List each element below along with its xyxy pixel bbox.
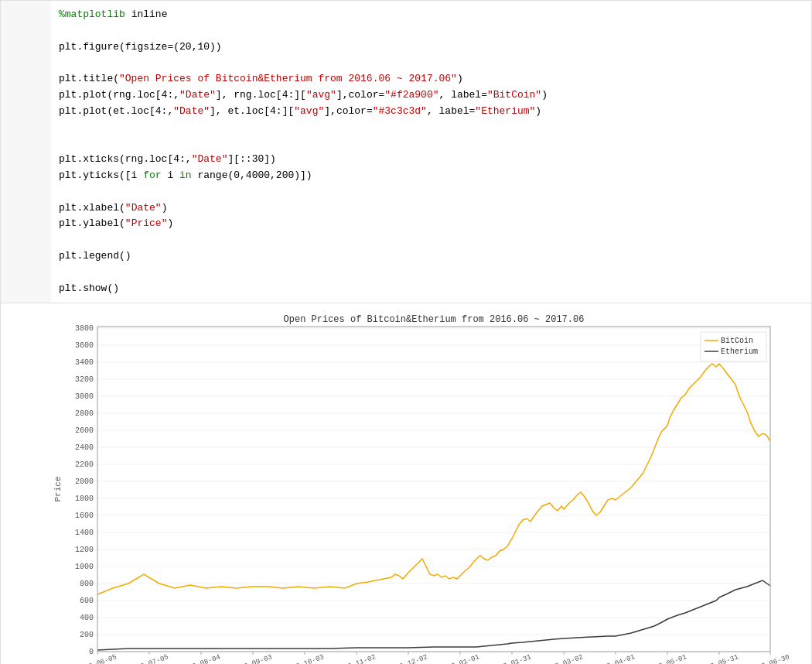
x-axis-ticks xyxy=(97,652,770,655)
svg-text:2016-10-03: 2016-10-03 xyxy=(283,654,325,664)
svg-text:2016-09-03: 2016-09-03 xyxy=(231,654,273,664)
svg-text:0: 0 xyxy=(89,648,94,656)
svg-text:2017-05-01: 2017-05-01 xyxy=(646,654,687,664)
svg-text:2016-11-02: 2016-11-02 xyxy=(335,654,377,664)
legend-bitcoin-label: BitCoin xyxy=(721,337,753,345)
svg-text:2017-04-01: 2017-04-01 xyxy=(594,654,636,664)
svg-text:2017-03-02: 2017-03-02 xyxy=(542,654,584,664)
svg-text:2016-06-05: 2016-06-05 xyxy=(76,654,118,664)
svg-text:3000: 3000 xyxy=(75,392,94,401)
cell-input: %matplotlib inline plt.figure(figsize=(2… xyxy=(1,1,811,303)
svg-text:2016-07-05: 2016-07-05 xyxy=(128,654,169,664)
price-chart: 0 200 400 600 800 1000 1200 1400 1600 18… xyxy=(51,311,793,664)
chart-title: Open Prices of Bitcoin&Etherium from 201… xyxy=(284,314,585,325)
svg-text:3800: 3800 xyxy=(75,324,94,333)
svg-text:1200: 1200 xyxy=(75,546,94,554)
svg-text:3600: 3600 xyxy=(75,341,94,350)
svg-text:2600: 2600 xyxy=(75,426,94,435)
svg-text:2400: 2400 xyxy=(75,443,94,452)
svg-text:2800: 2800 xyxy=(75,409,94,418)
svg-text:1000: 1000 xyxy=(75,563,94,571)
svg-text:200: 200 xyxy=(80,631,94,639)
svg-text:2017-01-31: 2017-01-31 xyxy=(490,654,532,664)
x-axis-labels: 2016-06-05 2016-07-05 2016-08-04 2016-09… xyxy=(76,654,790,664)
notebook-cell: %matplotlib inline plt.figure(figsize=(2… xyxy=(0,0,812,664)
svg-text:3400: 3400 xyxy=(75,358,94,367)
svg-text:600: 600 xyxy=(80,597,94,605)
svg-text:2200: 2200 xyxy=(75,460,94,469)
svg-text:1400: 1400 xyxy=(75,529,94,537)
svg-text:2000: 2000 xyxy=(75,477,94,486)
cell-label xyxy=(1,1,51,303)
cell-code[interactable]: %matplotlib inline plt.figure(figsize=(2… xyxy=(51,1,811,303)
svg-text:1600: 1600 xyxy=(75,512,94,520)
svg-text:800: 800 xyxy=(80,580,94,588)
svg-text:2016-12-02: 2016-12-02 xyxy=(387,654,428,664)
svg-text:2017-05-31: 2017-05-31 xyxy=(698,654,739,664)
svg-text:2017-01-01: 2017-01-01 xyxy=(438,654,480,664)
cell-output: 0 200 400 600 800 1000 1200 1400 1600 18… xyxy=(1,303,811,664)
chart-container: 0 200 400 600 800 1000 1200 1400 1600 18… xyxy=(51,311,793,664)
svg-text:400: 400 xyxy=(80,614,94,622)
legend-etherium-label: Etherium xyxy=(721,347,758,356)
svg-text:2016-08-04: 2016-08-04 xyxy=(179,654,221,664)
svg-text:1800: 1800 xyxy=(75,495,94,503)
y-axis-labels: 0 200 400 600 800 1000 1200 1400 1600 18… xyxy=(75,324,94,656)
svg-rect-0 xyxy=(97,327,770,652)
svg-text:3200: 3200 xyxy=(75,375,94,384)
y-axis-label: Price xyxy=(53,477,63,502)
svg-text:2017-06-30: 2017-06-30 xyxy=(749,654,790,664)
